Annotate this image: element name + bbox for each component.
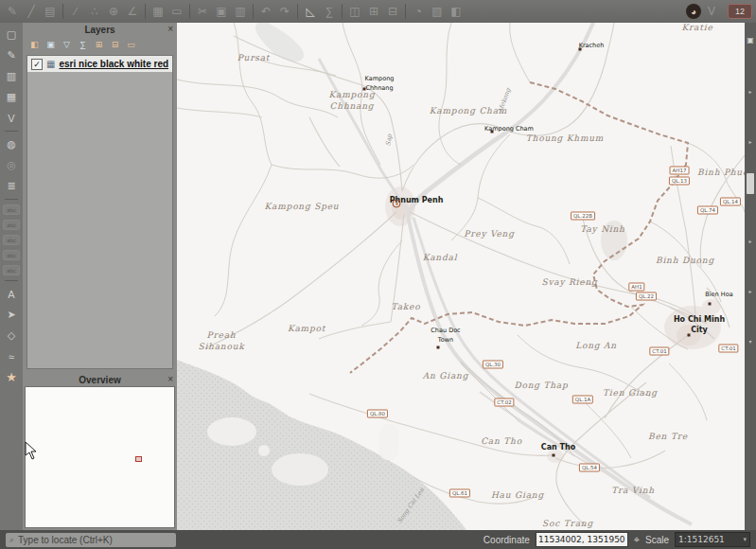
manage-map-themes-icon[interactable]: ▣ — [44, 39, 57, 51]
measure-icon[interactable]: ◺ — [302, 3, 319, 20]
copy-features-icon[interactable]: ▣ — [213, 3, 230, 20]
expand-all-icon[interactable]: ⊞ — [93, 39, 105, 51]
overview-panel-header: Overview × — [23, 373, 177, 386]
save-layer-edits-icon[interactable]: ▤ — [42, 3, 59, 20]
layers-panel-title: Layers — [84, 25, 114, 35]
open-layer-styling-icon[interactable]: ◧ — [28, 39, 41, 51]
scale-label: Scale — [645, 535, 669, 545]
toolbar-separator — [405, 4, 406, 19]
international-border — [350, 82, 688, 373]
notification-badge: 12 — [728, 4, 752, 19]
add-wfs-layer-icon[interactable]: ◎ — [3, 157, 20, 173]
right-dock-strip: ▣▸▸▸▸▾ — [745, 23, 756, 530]
layers-panel-toolbar: ◧▣▽∑⊞⊟▭ — [23, 36, 177, 53]
layers-list: ✓ ▦ esri nice black white red — [26, 55, 173, 369]
chevron-down-icon: ▾ — [743, 536, 747, 543]
vertex-editor-icon[interactable]: V — [703, 3, 720, 20]
dock-arrow-icon[interactable]: ▸ — [748, 138, 751, 145]
close-icon[interactable]: × — [167, 373, 173, 386]
filter-legend-icon[interactable]: ▽ — [61, 39, 73, 51]
label-options-icon[interactable]: abc — [3, 235, 20, 245]
new-spatialite-layer-icon[interactable]: ▥ — [3, 68, 20, 84]
show-bookmarks-icon[interactable]: ⊟ — [384, 3, 401, 20]
toolbar-separator — [342, 4, 343, 19]
add-delimited-text-layer-icon[interactable]: ≣ — [3, 178, 20, 194]
overview-extent-rect[interactable] — [135, 456, 142, 462]
coordinate-label: Coordinate — [483, 535, 530, 545]
layer-labeling-icon[interactable]: abc — [3, 204, 20, 215]
add-wms-layer-icon[interactable]: ◍ — [3, 136, 20, 152]
scale-value: 1:1512651 — [678, 535, 725, 544]
vertex-tool-icon[interactable]: ∠ — [124, 3, 141, 20]
add-point-feature-icon[interactable]: ∴ — [86, 3, 103, 20]
toolbar-separator — [62, 4, 63, 19]
layer-name[interactable]: esri nice black white red — [59, 59, 168, 69]
undo-icon[interactable]: ↶ — [257, 3, 274, 20]
overview-panel: Overview × — [23, 373, 177, 530]
status-bar: ⌕ Type to locate (Ctrl+K) Coordinate 115… — [0, 530, 756, 549]
locator-input[interactable]: ⌕ Type to locate (Ctrl+K) — [6, 533, 176, 547]
mouse-cursor — [25, 441, 38, 460]
sum-statistics-icon[interactable]: ∑ — [321, 3, 338, 20]
scrollbar-thumb[interactable] — [747, 173, 754, 194]
overview-panel-title: Overview — [79, 375, 120, 385]
select-tool-icon[interactable]: ➤ — [3, 307, 20, 323]
extents-icon[interactable]: ⌖ — [634, 534, 640, 546]
label-move-icon[interactable]: abc — [3, 265, 20, 275]
qgis-window: ✎╱▤∕∴⊕∠▦▭✂▣▥↶↷◺∑◫⊞⊟◔▧◧◕V12 ▢✎▥▦V◍◎≣abcab… — [0, 0, 756, 549]
add-polygon-annotation-icon[interactable]: ◇ — [3, 328, 20, 344]
dock-arrow-icon[interactable]: ▾ — [748, 338, 751, 345]
coordinate-value[interactable]: 11534002, 1351950 — [536, 532, 628, 547]
text-annotation-icon[interactable]: ◔ — [410, 3, 427, 20]
scale-dropdown[interactable]: 1:1512651 ▾ — [675, 532, 750, 547]
delete-selected-icon[interactable]: ▭ — [168, 3, 185, 20]
layers-panel: Layers × ◧▣▽∑⊞⊟▭ ✓ ▦ esri nice black whi… — [23, 23, 177, 373]
layer-visibility-checkbox[interactable]: ✓ — [31, 59, 43, 70]
add-vector-layer-icon[interactable]: V — [3, 110, 20, 126]
dock-arrow-icon[interactable]: ▸ — [748, 88, 751, 95]
layer-row[interactable]: ✓ ▦ esri nice black white red — [27, 56, 172, 72]
overview-map[interactable] — [25, 386, 175, 528]
panel-stack-icon[interactable]: ▣ — [747, 36, 754, 44]
layers-panel-header: Layers × — [23, 23, 177, 36]
redo-icon[interactable]: ↷ — [276, 3, 293, 20]
add-raster-layer-icon[interactable]: ▦ — [3, 89, 20, 105]
close-icon[interactable]: × — [167, 23, 173, 36]
paste-features-icon[interactable]: ▥ — [232, 3, 249, 20]
map-canvas[interactable]: PursatKampong ChhnangKampong ChamKratieT… — [177, 23, 745, 530]
add-line-annotation-icon[interactable]: ≈ — [3, 348, 20, 364]
raster-layer-icon: ▦ — [46, 59, 55, 69]
style-manager-icon[interactable]: A — [3, 286, 20, 302]
label-pin-icon[interactable]: abc — [3, 250, 20, 260]
favorites-star-icon[interactable]: ★ — [3, 369, 20, 385]
toolbar-separator — [253, 4, 254, 19]
collapse-all-icon[interactable]: ⊟ — [109, 39, 121, 51]
toggle-editing-icon[interactable]: ╱ — [23, 3, 40, 20]
toolbar-separator — [189, 4, 190, 19]
top-toolbar: ✎╱▤∕∴⊕∠▦▭✂▣▥↶↷◺∑◫⊞⊟◔▧◧◕V12 — [0, 0, 756, 23]
filter-by-expression-icon[interactable]: ∑ — [77, 39, 89, 51]
layer-labeling-single-icon[interactable]: abc — [3, 220, 20, 230]
dock-arrow-icon[interactable]: ▸ — [748, 238, 751, 244]
toolbar-separator — [5, 199, 18, 200]
current-edits-icon[interactable]: ✎ — [4, 3, 21, 20]
cut-features-icon[interactable]: ✂ — [194, 3, 211, 20]
refresh-map-icon[interactable]: ◕ — [686, 4, 701, 19]
new-geopackage-layer-icon[interactable]: ▢ — [3, 27, 20, 43]
toolbar-separator — [5, 131, 18, 132]
manage-layers-toolbar: ▢✎▥▦V◍◎≣abcabcabcabcabcA➤◇≈★ — [0, 23, 23, 530]
map-tips-icon[interactable]: ◫ — [346, 3, 363, 20]
dock-arrow-icon[interactable]: ▸ — [748, 288, 751, 294]
svg-annotation-icon[interactable]: ◧ — [448, 3, 465, 20]
locator-placeholder: Type to locate (Ctrl+K) — [18, 535, 113, 545]
search-icon: ⌕ — [9, 535, 14, 545]
new-shapefile-layer-icon[interactable]: ✎ — [3, 47, 20, 63]
digitize-line-icon[interactable]: ∕ — [67, 3, 84, 20]
remove-layer-icon[interactable]: ▭ — [125, 39, 137, 51]
new-bookmark-icon[interactable]: ⊞ — [365, 3, 382, 20]
toolbar-separator — [145, 4, 146, 19]
form-annotation-icon[interactable]: ▧ — [429, 3, 446, 20]
toolbar-separator — [297, 4, 298, 19]
modify-attributes-icon[interactable]: ▦ — [149, 3, 167, 20]
add-polygon-feature-icon[interactable]: ⊕ — [105, 3, 122, 20]
